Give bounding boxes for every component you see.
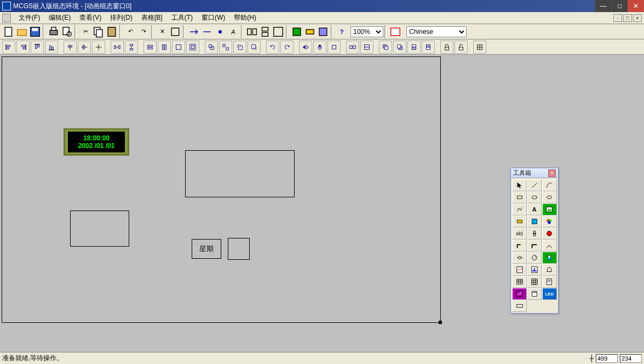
recipe-tool-icon[interactable] xyxy=(527,288,542,300)
close-button[interactable]: ✕ xyxy=(628,0,644,12)
minimize-button[interactable]: — xyxy=(595,0,611,12)
help-button[interactable]: ? xyxy=(335,25,348,38)
layer-button[interactable] xyxy=(360,41,373,54)
indicator-tool-icon[interactable] xyxy=(542,228,557,240)
menu-edit[interactable]: 编辑(E) xyxy=(44,12,75,24)
library-button[interactable] xyxy=(169,25,182,38)
front2-button[interactable] xyxy=(379,41,392,54)
copy-button[interactable] xyxy=(92,25,105,38)
font-button[interactable]: A xyxy=(227,25,240,38)
combine-button[interactable] xyxy=(327,41,341,54)
input-tool-icon[interactable]: ab| xyxy=(512,228,527,240)
grid-button[interactable] xyxy=(473,41,486,54)
mdi-restore-button[interactable]: □ xyxy=(623,14,632,22)
lock-button[interactable] xyxy=(440,41,453,54)
rectangle-2[interactable] xyxy=(70,211,129,247)
align-left-button[interactable] xyxy=(2,41,15,54)
menu-tool[interactable]: 工具(T) xyxy=(167,12,197,24)
tank-tool-icon[interactable] xyxy=(542,252,557,264)
align-top-button[interactable] xyxy=(31,41,44,54)
component-tool-icon[interactable] xyxy=(512,215,527,228)
connect-button[interactable] xyxy=(303,25,317,38)
down-button[interactable] xyxy=(422,41,435,54)
text-tool-icon[interactable]: A xyxy=(527,203,542,215)
language-select[interactable]: Chinese xyxy=(406,26,467,37)
polyline-tool-icon[interactable] xyxy=(512,203,527,215)
align-bottom-button[interactable] xyxy=(45,41,58,54)
align-right-button[interactable] xyxy=(16,41,30,54)
same-width-button[interactable] xyxy=(143,41,157,54)
center-button[interactable] xyxy=(92,41,105,54)
dist-v-button[interactable] xyxy=(125,41,138,54)
ellipse-tool-icon[interactable] xyxy=(542,191,557,203)
mdi-minimize-button[interactable]: - xyxy=(613,14,622,22)
curve-tool-icon[interactable] xyxy=(542,240,557,252)
menu-file[interactable]: 文件(F) xyxy=(14,12,44,24)
design-canvas[interactable]: 18:00:00 2002 /01 /01 星期 xyxy=(2,57,440,322)
save-button[interactable] xyxy=(28,25,42,38)
pipe-tool-icon[interactable] xyxy=(512,240,527,252)
rotate-right-button[interactable] xyxy=(280,41,294,54)
rectangle-1[interactable] xyxy=(185,150,295,197)
align-center-h-button[interactable] xyxy=(78,41,91,54)
ungroup2-button[interactable] xyxy=(346,41,359,54)
fit-button[interactable] xyxy=(186,41,199,54)
pipe2-tool-icon[interactable] xyxy=(527,240,542,252)
line-tool-icon[interactable] xyxy=(527,179,542,191)
align-center-v-button[interactable] xyxy=(64,41,77,54)
new-button[interactable] xyxy=(2,25,15,38)
report-tool-icon[interactable] xyxy=(542,276,557,288)
menu-table[interactable]: 表格[B] xyxy=(137,12,167,24)
valve-tool-icon[interactable] xyxy=(512,252,527,264)
sim-button[interactable] xyxy=(200,25,214,38)
trend-tool-icon[interactable] xyxy=(512,264,527,276)
back2-button[interactable] xyxy=(393,41,406,54)
up-button[interactable] xyxy=(407,41,421,54)
same-height-button[interactable] xyxy=(158,41,171,54)
library-tool-icon[interactable] xyxy=(527,215,542,228)
history-tool-icon[interactable] xyxy=(512,288,527,300)
flip-h-button[interactable] xyxy=(299,41,312,54)
align-button3[interactable] xyxy=(272,25,285,38)
gauge-tool-icon[interactable] xyxy=(527,252,542,264)
step-button[interactable] xyxy=(214,25,227,38)
arc-tool-icon[interactable] xyxy=(542,179,557,191)
rectangle-tool-icon[interactable] xyxy=(512,191,527,203)
clock-widget[interactable]: 18:00:00 2002 /01 /01 xyxy=(64,128,129,156)
same-size-button[interactable] xyxy=(172,41,185,54)
open-project-button[interactable] xyxy=(15,25,28,38)
config-button[interactable] xyxy=(317,25,330,38)
print-button[interactable] xyxy=(47,25,60,38)
bring-front-button[interactable] xyxy=(233,41,246,54)
maximize-button[interactable]: □ xyxy=(611,0,628,12)
cut-button[interactable]: ✂ xyxy=(79,25,92,38)
lang-button[interactable] xyxy=(389,25,402,38)
menu-arrange[interactable]: 排列(D) xyxy=(106,12,137,24)
undo-button[interactable]: ↶ xyxy=(124,25,137,38)
align-button2[interactable] xyxy=(258,25,272,38)
alarm-tool-icon[interactable] xyxy=(542,264,557,276)
paste-button[interactable] xyxy=(105,25,118,38)
zoom-select[interactable]: 100% xyxy=(350,26,383,37)
run-button[interactable] xyxy=(187,25,200,38)
dist-h-button[interactable] xyxy=(111,41,124,54)
download-button[interactable] xyxy=(290,25,303,38)
weekday-label[interactable]: 星期 xyxy=(192,239,221,259)
print-preview-button[interactable] xyxy=(60,25,73,38)
menu-window[interactable]: 窗口(W) xyxy=(197,12,229,24)
rotate-left-button[interactable] xyxy=(266,41,279,54)
table-tool-icon[interactable] xyxy=(512,276,527,288)
rectangle-4[interactable] xyxy=(228,238,250,260)
menu-view[interactable]: 查看(V) xyxy=(75,12,106,24)
toolbox-panel[interactable]: 工具箱 × A ab| xyxy=(510,168,559,314)
toolbox-title[interactable]: 工具箱 × xyxy=(511,168,558,178)
mdi-close-button[interactable]: × xyxy=(633,14,642,22)
redo-button[interactable]: ↷ xyxy=(137,25,150,38)
chart-tool-icon[interactable] xyxy=(527,264,542,276)
keyboard-tool-icon[interactable] xyxy=(512,300,527,312)
ungroup-button[interactable] xyxy=(219,41,232,54)
roundrect-tool-icon[interactable] xyxy=(527,191,542,203)
picture-tool-icon[interactable] xyxy=(542,203,557,215)
unlock-button[interactable] xyxy=(455,41,468,54)
grid-tool-icon[interactable] xyxy=(527,276,542,288)
